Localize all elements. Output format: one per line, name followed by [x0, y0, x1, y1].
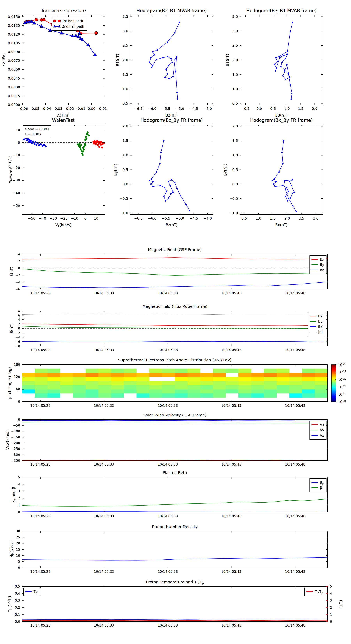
y-tick-label: −0.5: [119, 196, 128, 200]
y-tick-label: 2.0: [122, 124, 128, 128]
heatmap-cell: [251, 377, 264, 381]
heatmap-cell: [124, 369, 137, 373]
tspan: 10: [338, 392, 343, 396]
y-tick-label: 0.1: [15, 612, 20, 616]
tspan: 10/14 05:48: [285, 291, 305, 295]
x-tick-label: −10: [71, 216, 78, 220]
marker-dot: [171, 62, 173, 63]
marker-dot: [82, 154, 84, 156]
right-tick-label: 0: [330, 620, 332, 624]
tspan: 30: [16, 529, 20, 533]
tspan: T: [315, 590, 317, 594]
heatmap-cell: [124, 389, 137, 394]
marker-dot: [282, 185, 284, 186]
heatmap-cell: [277, 369, 290, 373]
heatmap-cell: [251, 385, 264, 390]
y-tick-label: −10: [13, 153, 20, 157]
tspan: −4: [15, 335, 20, 339]
tspan: 6: [18, 314, 20, 317]
marker-dot: [87, 134, 89, 136]
panel-title: Proton Number Density: [152, 524, 198, 529]
heatmap-cell: [315, 381, 328, 385]
panel-mag-gse: 10/14 05:2810/14 05:3310/14 05:3810/14 0…: [9, 247, 328, 295]
marker-dot: [85, 136, 87, 138]
x-tick-label: 3.0: [313, 216, 319, 220]
series-group: [149, 22, 180, 100]
heatmap-cell: [302, 381, 315, 385]
tspan: 1.0: [122, 153, 128, 157]
tspan: −0.01: [75, 106, 85, 111]
heatmap-cell: [264, 377, 277, 381]
tspan: 0.5: [15, 584, 20, 588]
heatmap-cell: [60, 381, 73, 385]
y-tick-label: 2: [18, 322, 20, 326]
tspan: −10: [71, 216, 78, 220]
x-tick-label: 1.0: [284, 106, 290, 111]
tspan: 0.0015: [8, 94, 20, 98]
y-tick-label: 0.0075: [8, 58, 20, 63]
y-tick-label: 5: [18, 475, 20, 479]
series-line-Bx': [22, 324, 328, 326]
series-line-By: [22, 269, 328, 275]
marker-dot: [151, 66, 152, 68]
y-axis-label: B(nT): [9, 266, 14, 277]
series-line-Bz: [22, 282, 328, 288]
x-tick-label: −4.5: [190, 106, 198, 111]
heatmap-cell: [22, 377, 35, 381]
tspan: and β: [11, 487, 16, 498]
y-tick-label: 25: [16, 535, 20, 539]
marker-dot: [284, 180, 285, 181]
x-tick-label: 10/14 05:48: [285, 348, 305, 352]
heatmap-cell: [149, 381, 162, 385]
marker-dot: [149, 180, 150, 181]
marker-dot: [32, 140, 34, 142]
heatmap-cell: [251, 373, 264, 377]
tspan: Solar Wind Velocity (GSE Frame): [143, 413, 207, 418]
heatmap-cell: [200, 394, 213, 398]
y-tick-label: 15: [16, 548, 20, 552]
y-tick-label: 10: [15, 128, 20, 132]
tspan: 4: [18, 482, 20, 486]
x-tick-label: 10/14 05:28: [30, 348, 50, 352]
series-line-B3_B1 path: [275, 22, 293, 99]
heatmap-cell: [35, 377, 47, 381]
y-tick-label: 3: [18, 489, 20, 493]
heatmap-cell: [22, 381, 35, 385]
y-tick-label: 0: [18, 140, 20, 144]
marker-dot: [168, 65, 169, 66]
heatmap-cell: [149, 369, 162, 373]
tspan: 1.0: [122, 87, 128, 91]
x-tick-label: 10/14 05:48: [285, 291, 305, 295]
tspan: 0.2: [15, 606, 20, 610]
y-tick-label: 2: [18, 496, 20, 500]
tspan: 2: [18, 259, 20, 263]
heatmap-cell: [47, 369, 60, 373]
heatmap-cell: [251, 394, 264, 398]
panel-plasma-beta: 10/14 05:2810/14 05:3310/14 05:3810/14 0…: [11, 470, 328, 518]
y-tick-label: 0.5: [232, 101, 238, 106]
marker-dot: [167, 56, 168, 57]
axes-spines: [22, 586, 328, 622]
tspan: 3: [18, 489, 20, 493]
y-tick-label: 0.5: [232, 168, 238, 172]
tspan: 0: [84, 216, 86, 220]
x-tick-label: 2.0: [284, 216, 290, 220]
tspan: Proton Number Density: [152, 524, 198, 529]
y-tick-label: 0.0045: [8, 76, 20, 80]
tspan: −0.04: [40, 106, 51, 111]
tspan: 10/14 05:38: [158, 291, 178, 295]
tspan: e: [338, 602, 341, 604]
panel-proton-temperature: 10/14 05:2810/14 05:3310/14 05:3810/14 0…: [7, 580, 343, 628]
tspan: 10/14 05:43: [221, 514, 241, 518]
heatmap-cell: [175, 369, 188, 373]
y-tick-label: 1.0: [232, 87, 238, 91]
tspan: 2.0: [232, 124, 238, 128]
marker-dot: [279, 171, 280, 173]
tspan: −4: [15, 280, 20, 284]
tspan: Np(#/cc): [9, 541, 14, 558]
heatmap-cell: [98, 394, 111, 398]
heatmap-cell: [86, 369, 99, 373]
tspan: 1.5: [298, 106, 304, 111]
y-tick-label: 0: [18, 400, 20, 404]
heatmap-cell: [137, 373, 150, 377]
